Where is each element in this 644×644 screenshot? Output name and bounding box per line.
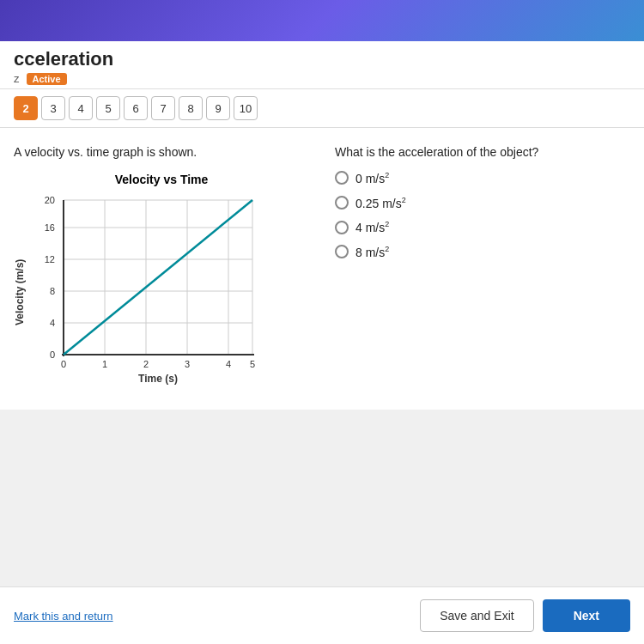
option-label-c: 4 m/s2 (355, 220, 389, 234)
nav-item-8[interactable]: 8 (179, 96, 203, 120)
svg-text:Time (s): Time (s) (138, 373, 178, 385)
svg-text:8: 8 (50, 286, 55, 296)
status-badge: Active (27, 73, 67, 85)
mark-return-link[interactable]: Mark this and return (14, 610, 113, 623)
svg-text:3: 3 (185, 359, 190, 369)
svg-text:5: 5 (250, 359, 255, 369)
svg-text:12: 12 (45, 254, 55, 264)
option-row-b[interactable]: 0.25 m/s2 (335, 196, 630, 210)
svg-text:0: 0 (61, 359, 66, 369)
nav-item-6[interactable]: 6 (124, 96, 148, 120)
graph-title: Velocity vs Time (14, 173, 309, 186)
subtitle-row: z Active (14, 72, 630, 85)
page-title: cceleration (14, 48, 630, 70)
svg-text:4: 4 (226, 359, 231, 369)
left-panel: A velocity vs. time graph is shown. Velo… (14, 145, 309, 392)
radio-b[interactable] (335, 196, 349, 210)
next-button[interactable]: Next (543, 599, 630, 632)
svg-text:20: 20 (45, 195, 55, 205)
svg-text:1: 1 (102, 359, 107, 369)
nav-item-4[interactable]: 4 (69, 96, 93, 120)
svg-line-26 (64, 200, 252, 355)
quiz-label: z (14, 72, 20, 85)
svg-text:16: 16 (45, 222, 55, 233)
save-exit-button[interactable]: Save and Exit (420, 599, 533, 632)
option-label-a: 0 m/s2 (355, 171, 389, 185)
svg-text:4: 4 (50, 318, 55, 328)
nav-item-3[interactable]: 3 (41, 96, 65, 120)
svg-text:2: 2 (143, 359, 149, 369)
graph-container: Velocity vs Time Velocity (m/s) (14, 173, 309, 392)
top-bar (0, 0, 644, 41)
svg-text:0: 0 (50, 349, 55, 360)
option-row-a[interactable]: 0 m/s2 (335, 171, 630, 185)
content-area: A velocity vs. time graph is shown. Velo… (0, 128, 644, 410)
y-axis-label: Velocity (m/s) (14, 191, 26, 392)
option-label-d: 8 m/s2 (355, 245, 389, 259)
answer-question: What is the acceleration of the object? (335, 145, 630, 159)
header: cceleration z Active (0, 41, 644, 89)
option-row-d[interactable]: 8 m/s2 (335, 245, 630, 259)
nav-item-7[interactable]: 7 (151, 96, 175, 120)
radio-c[interactable] (335, 221, 349, 234)
nav-item-2[interactable]: 2 (14, 96, 38, 120)
graph-svg: 0 4 8 12 16 20 0 1 2 3 4 5 (29, 191, 270, 389)
nav-item-10[interactable]: 10 (234, 96, 258, 120)
graph-inner: 0 4 8 12 16 20 0 1 2 3 4 5 (29, 191, 309, 392)
radio-a[interactable] (335, 171, 349, 185)
question-nav: 2 3 4 5 6 7 8 9 10 (0, 89, 644, 128)
footer-buttons: Save and Exit Next (420, 599, 630, 632)
right-panel: What is the acceleration of the object? … (326, 145, 630, 392)
option-row-c[interactable]: 4 m/s2 (335, 220, 630, 234)
nav-item-5[interactable]: 5 (96, 96, 120, 120)
radio-d[interactable] (335, 245, 349, 258)
question-prompt: A velocity vs. time graph is shown. (14, 145, 309, 159)
option-label-b: 0.25 m/s2 (355, 196, 406, 210)
graph-wrap: Velocity (m/s) (14, 191, 309, 392)
footer: Mark this and return Save and Exit Next (0, 586, 644, 644)
nav-item-9[interactable]: 9 (206, 96, 230, 120)
